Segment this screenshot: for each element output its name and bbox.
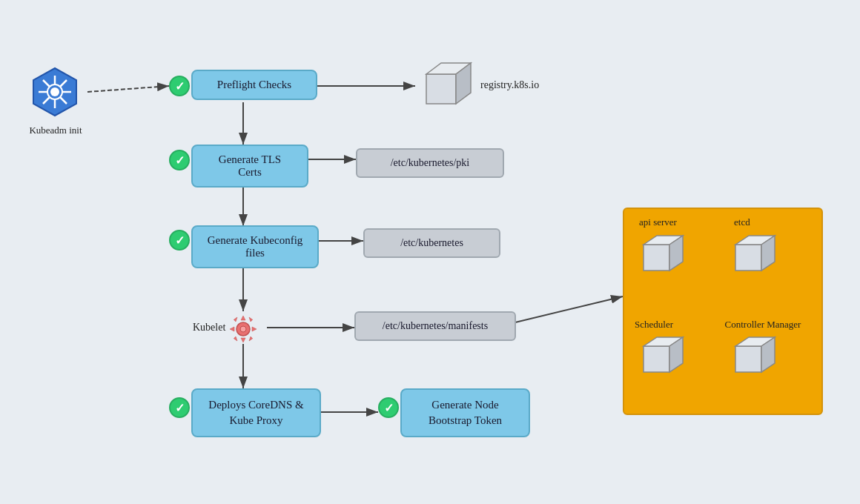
svg-marker-31 <box>249 336 253 341</box>
manifests-box: /etc/kubernetes/manifests <box>354 311 516 341</box>
svg-marker-26 <box>241 316 245 320</box>
scheduler-label: Scheduler <box>635 319 673 331</box>
coredns-label: Deploys CoreDNS & Kube Proxy <box>208 399 303 426</box>
kubelet-label: Kubelet <box>193 322 225 334</box>
generate-tls-box: Generate TLS Certs <box>191 145 308 188</box>
controller-manager-label: Controller Manager <box>722 319 804 331</box>
api-server-cube <box>636 230 688 285</box>
svg-point-35 <box>240 326 246 332</box>
kubelet-icon <box>225 311 261 350</box>
controller-manager-cube <box>728 331 780 386</box>
registry-cube <box>415 56 474 118</box>
check-coredns: ✓ <box>169 397 190 418</box>
svg-marker-45 <box>735 346 761 372</box>
kubernetes-logo <box>28 65 82 119</box>
svg-marker-23 <box>426 74 456 104</box>
svg-marker-33 <box>249 317 253 322</box>
check-bootstrap: ✓ <box>378 397 399 418</box>
svg-marker-36 <box>644 245 669 271</box>
bootstrap-label: Generate NodeBootstrap Token <box>429 399 502 426</box>
api-server-label: api server <box>639 216 677 228</box>
pki-box: /etc/kubernetes/pki <box>356 148 504 178</box>
kubeadm-label: Kubeadm init <box>19 125 93 136</box>
kubernetes-box: /etc/kubernetes <box>363 228 500 258</box>
etcd-cube <box>728 230 780 285</box>
kubeconfig-box: Generate Kubeconfig files <box>191 225 319 268</box>
bootstrap-box: Generate NodeBootstrap Token <box>400 388 530 437</box>
check-tls: ✓ <box>169 150 190 170</box>
control-plane-panel: api server etcd Scheduler <box>623 208 823 415</box>
coredns-box: Deploys CoreDNS & Kube Proxy <box>191 388 321 437</box>
svg-marker-30 <box>234 317 237 322</box>
svg-point-22 <box>50 87 59 96</box>
svg-marker-39 <box>735 245 761 271</box>
scheduler-cube <box>636 331 688 386</box>
registry-label: registry.k8s.io <box>480 79 539 91</box>
check-kubeconfig: ✓ <box>169 230 190 251</box>
diagram: Kubeadm init ✓ Preflight Checks registry… <box>0 0 860 504</box>
etcd-label: etcd <box>734 216 750 228</box>
svg-line-1 <box>87 86 169 92</box>
svg-marker-27 <box>241 338 245 342</box>
svg-marker-28 <box>230 327 234 331</box>
check-preflight: ✓ <box>169 76 190 96</box>
svg-marker-42 <box>644 346 669 372</box>
preflight-checks-box: Preflight Checks <box>191 70 317 100</box>
svg-marker-29 <box>252 327 257 331</box>
svg-marker-32 <box>234 336 237 341</box>
